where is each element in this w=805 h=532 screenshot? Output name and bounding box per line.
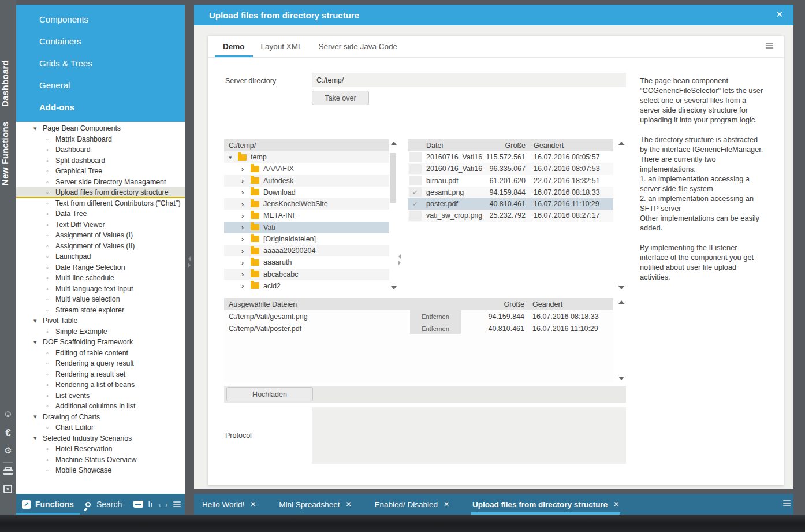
sidebar-tree-item[interactable]: Text Diff Viewer bbox=[16, 220, 185, 230]
sidebar-tree-item[interactable]: Multi language text input bbox=[16, 284, 185, 295]
dir-tree-row[interactable]: aaaaruth bbox=[224, 256, 389, 268]
taskbar-menu-icon[interactable] bbox=[783, 500, 791, 506]
file-table-row[interactable]: vati_sw_crop.png 25.232.792 16.07.2016 0… bbox=[408, 210, 613, 221]
file-table-scrollbar[interactable] bbox=[617, 139, 625, 292]
tab-close-icon[interactable]: ✕ bbox=[613, 500, 619, 508]
dialog-tab[interactable]: Demo bbox=[215, 36, 253, 57]
rail-tab-dashboard[interactable]: Dashboard bbox=[0, 51, 16, 116]
scroll-up-icon[interactable] bbox=[391, 142, 397, 145]
footer-tab-inbox[interactable]: Iı bbox=[128, 494, 158, 515]
sidebar-tree-item[interactable]: Date Range Selection bbox=[16, 262, 185, 273]
sidebar-tree-item[interactable]: Matrix Dashboard bbox=[16, 134, 185, 145]
sidebar-tree-item[interactable]: Launchpad bbox=[16, 251, 185, 262]
selected-table-row[interactable]: C:/temp/Vati/gesamt.png Entfernen 94.159… bbox=[224, 310, 613, 322]
dir-tree-row[interactable]: aaaaa20200204 bbox=[224, 245, 389, 256]
tab-close-icon[interactable]: ✕ bbox=[250, 500, 256, 508]
sidebar-tree-item[interactable]: Chart Editor bbox=[16, 422, 185, 433]
rail-tab-new-functions[interactable]: New Functions bbox=[0, 116, 16, 192]
sidebar-tree-item[interactable]: Additional coluimns in list bbox=[16, 401, 185, 412]
sidebar-tree-item[interactable]: Graphical Tree bbox=[16, 166, 185, 177]
file-table-row[interactable]: 20160716_Vati160 96.335.067 16.07.2016 0… bbox=[408, 163, 613, 174]
sidebar-tree-item[interactable]: Rendering a result set bbox=[16, 369, 185, 380]
footer-tab-search[interactable]: Search bbox=[80, 494, 128, 515]
scroll-up-icon[interactable] bbox=[618, 300, 624, 304]
selected-table-scrollbar[interactable] bbox=[617, 298, 625, 382]
tab-close-icon[interactable]: ✕ bbox=[444, 500, 449, 508]
dialog-tab[interactable]: Server side Java Code bbox=[311, 36, 406, 57]
sidebar-tree-item[interactable]: Hotel Reservation bbox=[16, 444, 185, 455]
sidebar-tree-item[interactable]: Data Tree bbox=[16, 209, 185, 220]
sidebar-tree-item[interactable]: Upload files from directory structure bbox=[16, 187, 185, 198]
sidebar-tree-item[interactable]: Editing of table content bbox=[16, 348, 185, 359]
scroll-down-icon[interactable] bbox=[391, 286, 397, 289]
scroll-down-icon[interactable] bbox=[618, 286, 624, 289]
sidebar-menu-item[interactable]: Components bbox=[16, 14, 185, 24]
sidebar-tree-item[interactable]: Machine Status Overview bbox=[16, 455, 185, 466]
sidebar-menu-item[interactable]: Add-ons bbox=[16, 102, 185, 112]
sidebar-tree-item[interactable]: Rendering a list of beans bbox=[16, 380, 185, 390]
footer-tab-functions[interactable]: ↗ Functions bbox=[16, 494, 80, 515]
sidebar-menu-item[interactable]: Grids & Trees bbox=[16, 58, 185, 68]
smiley-icon[interactable]: ☺ bbox=[0, 409, 16, 419]
dir-tree-row[interactable]: AAAAFIX bbox=[224, 163, 389, 174]
footer-menu-icon[interactable] bbox=[173, 501, 181, 507]
dialog-close-icon[interactable]: ✕ bbox=[776, 9, 783, 20]
tabrow-menu-icon[interactable] bbox=[766, 43, 773, 49]
sidebar-tree-item[interactable]: Page Bean Components bbox=[16, 123, 185, 134]
sidebar-tree-item[interactable]: Mobile Showcase bbox=[16, 465, 185, 476]
taskbar-tab[interactable]: Enabled/ Disabled ✕ bbox=[373, 494, 450, 515]
upload-button[interactable]: Hochladen bbox=[226, 387, 313, 401]
sidebar-tree-item[interactable]: Assignment of Values (I) bbox=[16, 230, 185, 241]
dir-tree-row[interactable]: acid2 bbox=[224, 280, 389, 292]
scroll-down-icon[interactable] bbox=[618, 377, 624, 380]
dir-tree-row[interactable]: [Originaldateien] bbox=[224, 233, 389, 245]
gears-icon[interactable]: ⚙ bbox=[0, 445, 16, 456]
sidebar-tree-item[interactable]: Multi value selection bbox=[16, 294, 185, 305]
dir-tree-row[interactable]: Autodesk bbox=[224, 175, 389, 187]
file-table-row[interactable]: gesamt.png 94.159.844 16.07.2016 08:18:3… bbox=[408, 187, 613, 198]
dir-tree-row[interactable]: META-INF bbox=[224, 210, 389, 221]
dir-tree-row[interactable]: abcabcabc bbox=[224, 269, 389, 280]
dir-tree-row[interactable]: Vati bbox=[224, 222, 389, 233]
sidebar-tree-item[interactable]: Text from different Contributors ("Chat"… bbox=[16, 198, 185, 209]
file-table-row[interactable]: birnau.pdf 61.201.620 22.07.2016 18:32:5… bbox=[408, 175, 613, 187]
close-box-icon[interactable]: ✕ bbox=[3, 485, 12, 493]
dialog-tab[interactable]: Layout XML bbox=[253, 36, 311, 57]
sidebar-tree-item[interactable]: Rendering a query result bbox=[16, 358, 185, 369]
file-table-row[interactable]: poster.pdf 40.810.461 16.07.2016 11:10:2… bbox=[408, 198, 613, 210]
dir-tree-row[interactable]: Download bbox=[224, 187, 389, 198]
protocol-textarea[interactable] bbox=[312, 407, 626, 464]
taskbar-tab[interactable]: Mini Spreadsheet ✕ bbox=[278, 494, 352, 515]
scroll-up-icon[interactable] bbox=[618, 142, 624, 145]
sidebar-tree-item[interactable]: Assignment of Values (II) bbox=[16, 241, 185, 252]
remove-button[interactable]: Entfernen bbox=[410, 310, 461, 322]
tab-close-icon[interactable]: ✕ bbox=[345, 500, 351, 508]
sidebar-menu-item[interactable]: Containers bbox=[16, 36, 185, 46]
sidebar-tree-item[interactable]: Simple Example bbox=[16, 326, 185, 337]
sidebar-tree-item[interactable]: Drawing of Charts bbox=[16, 412, 185, 423]
sidebar-tree-item[interactable]: Stream store explorer bbox=[16, 305, 185, 316]
take-over-button[interactable]: Take over bbox=[312, 91, 369, 105]
sidebar-tree-item[interactable]: Server side Directory Managament bbox=[16, 177, 185, 188]
taskbar-tab[interactable]: Upload files from directory structure ✕ bbox=[471, 494, 620, 515]
sidebar-tree-item[interactable]: DOF Scaffolding Framework bbox=[16, 337, 185, 348]
file-checkbox[interactable] bbox=[409, 187, 422, 197]
server-directory-input[interactable] bbox=[312, 73, 626, 87]
dir-tree-scrollbar[interactable] bbox=[389, 139, 397, 292]
file-checkbox[interactable] bbox=[409, 164, 422, 174]
file-checkbox[interactable] bbox=[409, 211, 422, 221]
sidebar-tree-item[interactable]: Dashboard bbox=[16, 144, 185, 155]
scroll-thumb[interactable] bbox=[390, 153, 396, 203]
sidebar-tree-item[interactable]: Split dashboard bbox=[16, 155, 185, 166]
sidebar-tree-item[interactable]: Multi line schedule bbox=[16, 273, 185, 284]
footer-paging-chevrons[interactable]: ‹ › bbox=[158, 500, 169, 509]
sidebar-menu-item[interactable]: General bbox=[16, 80, 185, 90]
sidebar-tree-item[interactable]: Selected Industry Scenarios bbox=[16, 433, 185, 444]
file-table-row[interactable]: 20160716_Vati160 115.572.561 16.07.2016 … bbox=[408, 151, 613, 163]
file-checkbox[interactable] bbox=[409, 152, 422, 162]
file-checkbox[interactable] bbox=[409, 199, 422, 209]
dir-tree-row[interactable]: JensKochelWebSite bbox=[224, 198, 389, 210]
dir-tree-row[interactable]: temp bbox=[224, 151, 389, 163]
toolbox-icon[interactable] bbox=[3, 469, 13, 475]
remove-button[interactable]: Entfernen bbox=[410, 322, 461, 334]
